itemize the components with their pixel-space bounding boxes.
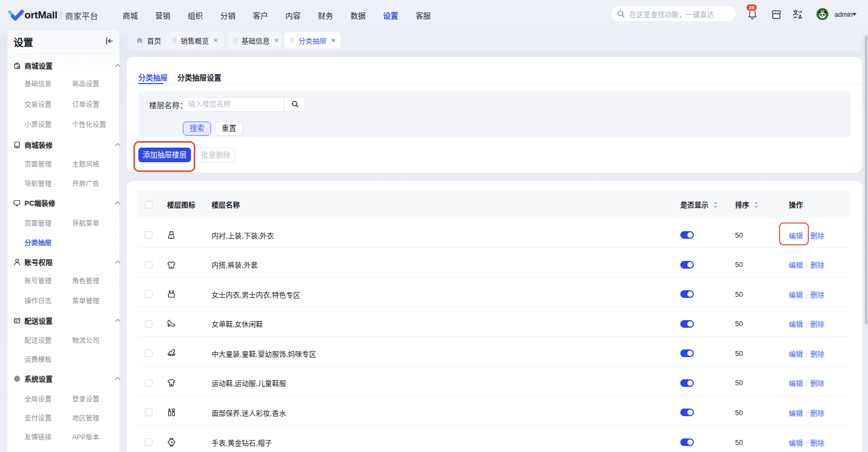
svg-text:A: A xyxy=(798,14,802,20)
